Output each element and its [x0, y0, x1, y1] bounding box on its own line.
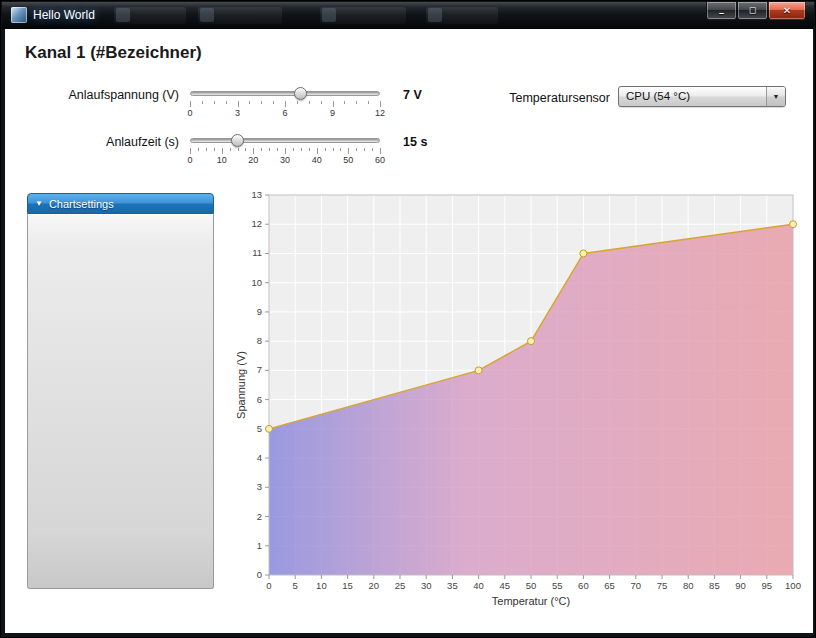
tick-mark: [245, 148, 246, 151]
svg-text:80: 80: [683, 580, 694, 591]
tick-mark: [301, 148, 302, 151]
tick-mark: [372, 148, 373, 151]
tick-label: 30: [280, 155, 290, 165]
tick-mark: [238, 101, 239, 107]
tick-mark: [368, 101, 369, 104]
titlebar-ghost: [114, 7, 186, 24]
chartsettings-pane: ▼ Chartsettings: [27, 193, 214, 589]
tick-mark: [285, 148, 286, 154]
tick-mark: [285, 101, 286, 107]
collapse-arrow-icon: ▼: [35, 199, 43, 208]
data-point: [528, 338, 535, 345]
chartsettings-header[interactable]: ▼ Chartsettings: [27, 193, 214, 214]
svg-text:25: 25: [395, 580, 406, 591]
tick-mark: [333, 101, 334, 107]
tick-mark: [249, 101, 250, 104]
svg-text:10: 10: [251, 277, 262, 288]
tick-label: 6: [282, 108, 287, 118]
tick-mark: [269, 148, 270, 151]
tick-mark: [206, 148, 207, 151]
combo-selected-value: CPU (54 °C): [626, 90, 690, 102]
tick-mark: [364, 148, 365, 151]
tick-mark: [277, 148, 278, 151]
svg-text:40: 40: [473, 580, 484, 591]
close-button[interactable]: ✕: [768, 2, 806, 20]
svg-text:60: 60: [578, 580, 589, 591]
app-icon: [11, 7, 27, 23]
slider-ticks: 0102030405060: [190, 147, 380, 167]
svg-text:11: 11: [252, 247, 262, 258]
svg-text:10: 10: [316, 580, 327, 591]
tick-mark: [356, 101, 357, 104]
titlebar[interactable]: Hello World – ◻ ✕: [2, 2, 814, 29]
window-controls: – ◻ ✕: [706, 2, 806, 20]
titlebar-ghost: [426, 7, 498, 24]
tick-mark: [380, 101, 381, 107]
slider-thumb[interactable]: [231, 134, 244, 147]
tick-mark: [309, 148, 310, 151]
svg-text:4: 4: [257, 452, 262, 463]
maximize-button[interactable]: ◻: [737, 2, 768, 20]
data-point: [580, 250, 587, 257]
svg-text:50: 50: [526, 580, 537, 591]
svg-text:95: 95: [762, 580, 773, 591]
slider-track[interactable]: [190, 91, 380, 96]
chevron-down-icon[interactable]: ▼: [766, 87, 785, 106]
tick-label: 50: [343, 155, 353, 165]
tick-mark: [190, 148, 191, 154]
svg-text:0: 0: [257, 569, 262, 580]
svg-text:90: 90: [735, 580, 746, 591]
svg-text:8: 8: [257, 335, 262, 346]
window-content: Kanal 1 (#Bezeichner) Anlaufspannung (V)…: [5, 29, 813, 633]
tick-label: 40: [312, 155, 322, 165]
tick-label: 60: [375, 155, 385, 165]
tick-mark: [317, 148, 318, 154]
anlaufzeit-label: Anlaufzeit (s): [19, 135, 179, 149]
svg-text:12: 12: [251, 218, 262, 229]
tick-label: 10: [217, 155, 227, 165]
data-point: [790, 221, 797, 228]
voltage-temperature-chart: 0510152025303540455055606570758085909510…: [223, 189, 816, 613]
tick-mark: [261, 148, 262, 151]
minimize-button[interactable]: –: [706, 2, 737, 20]
svg-text:13: 13: [251, 189, 262, 200]
tick-mark: [380, 148, 381, 154]
tick-mark: [309, 101, 310, 104]
tick-mark: [202, 101, 203, 104]
svg-text:85: 85: [709, 580, 720, 591]
svg-text:35: 35: [447, 580, 458, 591]
tick-mark: [344, 101, 345, 104]
tick-mark: [340, 148, 341, 151]
anlaufzeit-value: 15 s: [403, 135, 427, 149]
slider-track[interactable]: [190, 138, 380, 143]
temperatursensor-select[interactable]: CPU (54 °C) ▼: [618, 86, 786, 107]
slider-thumb[interactable]: [294, 87, 307, 100]
anlaufspannung-slider[interactable]: 036912: [190, 87, 380, 121]
tick-mark: [190, 101, 191, 107]
svg-text:30: 30: [421, 580, 432, 591]
temperatursensor-label: Temperatursensor: [465, 91, 610, 105]
tick-mark: [297, 101, 298, 104]
svg-text:1: 1: [257, 540, 262, 551]
tick-mark: [214, 148, 215, 151]
anlaufspannung-label: Anlaufspannung (V): [19, 88, 179, 102]
tick-label: 12: [375, 108, 385, 118]
svg-text:55: 55: [552, 580, 563, 591]
svg-text:3: 3: [257, 481, 262, 492]
tick-label: 0: [187, 108, 192, 118]
anlaufzeit-slider[interactable]: 0102030405060: [190, 134, 380, 168]
tick-mark: [325, 148, 326, 151]
svg-text:65: 65: [604, 580, 615, 591]
page-title: Kanal 1 (#Bezeichner): [25, 43, 202, 63]
anlaufspannung-value: 7 V: [403, 88, 422, 102]
slider-ticks: 036912: [190, 100, 380, 120]
titlebar-ghost: [320, 7, 406, 24]
svg-text:15: 15: [342, 580, 353, 591]
titlebar-ghost: [198, 7, 282, 24]
maximize-icon: ◻: [749, 6, 756, 15]
tick-mark: [261, 101, 262, 104]
tick-label: 0: [187, 155, 192, 165]
chartsettings-body: [27, 214, 214, 589]
svg-text:6: 6: [257, 394, 262, 405]
svg-text:75: 75: [657, 580, 668, 591]
